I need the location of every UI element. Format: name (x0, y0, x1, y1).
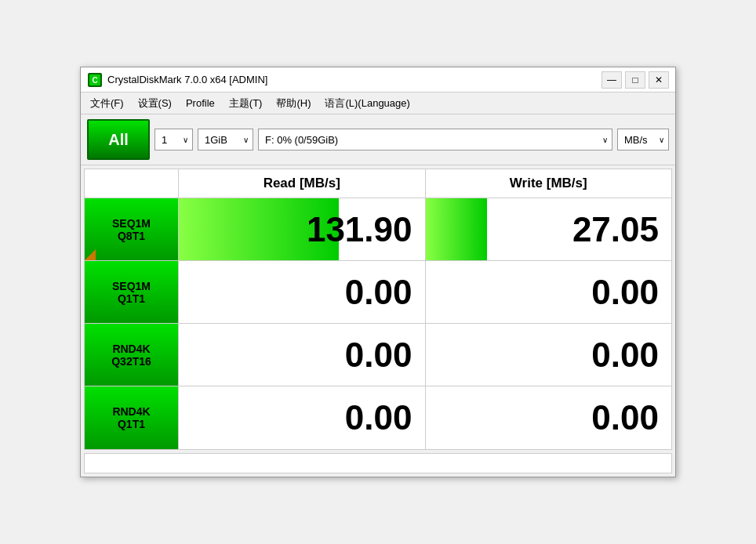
menubar-item-profile[interactable]: Profile (180, 95, 221, 112)
row-read-rnd4k-q32t16: 0.00 (179, 324, 426, 386)
drive-select-wrapper: F: 0% (0/59GiB) ∨ (258, 129, 612, 151)
read-value: 0.00 (345, 273, 413, 312)
size-select-wrapper: 1GiB2GiB4GiB8GiB16GiB ∨ (198, 129, 253, 151)
row-label-seq1m-q1t1: SEQ1MQ1T1 (85, 261, 179, 323)
results-table: Read [MB/s] Write [MB/s] SEQ1MQ8T1 131.9… (84, 169, 672, 450)
write-progress-bar (426, 198, 487, 260)
count-select-wrapper: 12345All ∨ (154, 129, 193, 151)
write-value: 0.00 (591, 335, 659, 375)
row-label-rnd4k-q1t1: RND4KQ1T1 (85, 386, 179, 449)
menubar-item-f[interactable]: 文件(F) (84, 95, 130, 112)
size-select[interactable]: 1GiB2GiB4GiB8GiB16GiB (198, 129, 253, 151)
unit-select-wrapper: MB/sGB/sIOPSμs ∨ (617, 129, 669, 151)
menubar-item-h[interactable]: 帮助(H) (270, 95, 317, 112)
titlebar-left: C CrystalDiskMark 7.0.0 x64 [ADMIN] (87, 72, 267, 88)
write-value: 0.00 (591, 398, 659, 437)
window-title: CrystalDiskMark 7.0.0 x64 [ADMIN] (107, 74, 267, 85)
titlebar: C CrystalDiskMark 7.0.0 x64 [ADMIN] — □ … (81, 67, 675, 92)
all-button[interactable]: All (87, 119, 150, 160)
row-label-text: SEQ1MQ1T1 (112, 280, 151, 305)
table-row: SEQ1MQ8T1 131.90 27.05 (85, 198, 671, 261)
corner-triangle (85, 249, 96, 260)
header-write: Write [MB/s] (426, 169, 672, 198)
row-label-text: RND4KQ1T1 (112, 405, 150, 430)
row-write-seq1m-q1t1: 0.00 (426, 261, 672, 323)
row-read-seq1m-q1t1: 0.00 (179, 261, 426, 323)
row-read-rnd4k-q1t1: 0.00 (179, 386, 426, 449)
table-row: RND4KQ1T1 0.00 0.00 (85, 386, 671, 449)
row-write-seq1m-q8t1: 27.05 (426, 198, 672, 260)
table-row: RND4KQ32T16 0.00 0.00 (85, 324, 671, 386)
header-label-col (85, 169, 179, 198)
maximize-button[interactable]: □ (625, 71, 645, 89)
write-value: 27.05 (572, 210, 659, 249)
menubar-item-t[interactable]: 主题(T) (223, 95, 269, 112)
read-value: 0.00 (345, 398, 413, 437)
menubar-item-s[interactable]: 设置(S) (132, 95, 178, 112)
row-write-rnd4k-q32t16: 0.00 (426, 324, 672, 386)
read-value: 0.00 (345, 335, 413, 375)
statusbar (84, 453, 672, 473)
row-label-seq1m-q8t1: SEQ1MQ8T1 (85, 198, 179, 260)
table-header: Read [MB/s] Write [MB/s] (85, 169, 671, 198)
minimize-button[interactable]: — (602, 71, 622, 89)
unit-select[interactable]: MB/sGB/sIOPSμs (617, 129, 669, 151)
row-read-seq1m-q8t1: 131.90 (179, 198, 426, 260)
toolbar: All 12345All ∨ 1GiB2GiB4GiB8GiB16GiB ∨ F… (81, 114, 675, 165)
menubar-item-llanguage[interactable]: 语言(L)(Language) (318, 95, 416, 112)
main-window: C CrystalDiskMark 7.0.0 x64 [ADMIN] — □ … (80, 67, 676, 477)
close-button[interactable]: ✕ (649, 71, 669, 89)
drive-select[interactable]: F: 0% (0/59GiB) (258, 129, 612, 151)
titlebar-controls: — □ ✕ (602, 71, 669, 89)
row-label-text: RND4KQ32T16 (111, 343, 151, 368)
row-label-rnd4k-q32t16: RND4KQ32T16 (85, 324, 179, 386)
row-label-text: SEQ1MQ8T1 (112, 217, 151, 242)
header-read: Read [MB/s] (179, 169, 426, 198)
row-write-rnd4k-q1t1: 0.00 (426, 386, 672, 449)
read-value: 131.90 (307, 210, 413, 249)
write-value: 0.00 (591, 273, 659, 312)
app-icon: C (87, 72, 103, 88)
table-row: SEQ1MQ1T1 0.00 0.00 (85, 261, 671, 324)
count-select[interactable]: 12345All (154, 129, 193, 151)
menubar: 文件(F)设置(S)Profile主题(T)帮助(H)语言(L)(Languag… (81, 92, 675, 114)
svg-text:C: C (92, 76, 97, 85)
